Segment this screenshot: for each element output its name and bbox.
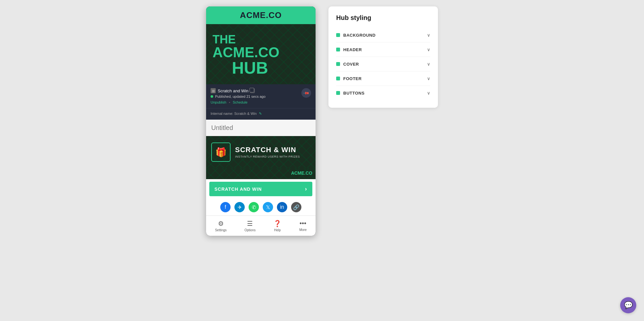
scratch-text-col: SCRATCH & WIN INSTANTLY REWARD USERS WIT… [235,146,300,158]
pin-button[interactable] [301,88,311,98]
copy-link-icon[interactable] [250,88,255,93]
phone-preview: ACME.CO THE ACME.CO HUB Scratch and Win [206,6,316,236]
cta-arrow-icon: › [305,186,307,192]
hero-line1: THE [213,34,309,45]
phone-header: ACME.CO [206,6,316,24]
nav-help-label: Help [274,228,281,232]
social-share: f ✈ ✆ 𝕏 in 🔗 [206,199,316,216]
nav-settings-label: Settings [215,228,227,232]
background-chevron-icon: ∨ [427,32,430,38]
facebook-share-icon[interactable]: f [220,202,231,212]
header-chevron-icon: ∨ [427,47,430,52]
cover-section[interactable]: COVER ∨ [336,57,430,71]
hero-line2: ACME.CO [213,45,309,60]
cta-button[interactable]: SCRATCH AND WIN › [209,182,312,196]
phone-hero: THE ACME.CO HUB [206,24,316,84]
whatsapp-share-icon[interactable]: ✆ [249,202,259,212]
footer-section[interactable]: FOOTER ∨ [336,71,430,86]
card-name: Scratch and Win [218,88,248,93]
nav-help[interactable]: ❓ Help [270,218,285,233]
nav-more-label: More [299,228,307,232]
unpublish-button[interactable]: Unpublish [211,100,226,104]
card-actions: Unpublish • Schedule [211,100,266,104]
schedule-button[interactable]: Schedule [233,100,248,104]
publish-status: Published, updated 21 secs ago [211,95,266,98]
nav-options[interactable]: ☰ Options [241,218,259,233]
linkedin-share-icon[interactable]: in [277,202,287,212]
background-color-dot [336,33,340,37]
header-label: HEADER [343,47,362,52]
cta-label: SCRATCH AND WIN [214,187,262,192]
internal-name-row: Internal name: Scratch & Win ✎ [206,108,316,120]
header-section[interactable]: HEADER ∨ [336,42,430,57]
hub-styling-panel: Hub styling BACKGROUND ∨ HEADER ∨ COVER … [328,6,438,108]
card-info-area: Scratch and Win Published, updated 21 se… [206,84,316,108]
title-input-area [206,120,316,136]
cover-label: COVER [343,62,359,67]
hero-line3: HUB [232,60,309,76]
background-section[interactable]: BACKGROUND ∨ [336,28,430,42]
footer-color-dot [336,77,340,80]
header-color-dot [336,48,340,51]
title-input[interactable] [206,120,316,136]
nav-more[interactable]: ••• More [296,218,310,233]
cover-chevron-icon: ∨ [427,61,430,67]
twitter-share-icon[interactable]: 𝕏 [263,202,273,212]
more-icon: ••• [299,220,306,227]
panel-title: Hub styling [336,14,430,22]
scratch-game-icon: 🎁 [211,142,231,162]
chat-icon: 💬 [624,301,633,309]
cta-button-area: SCRATCH AND WIN › [206,179,316,199]
brand-suffix: CO [269,10,282,20]
settings-icon: ⚙ [218,220,224,227]
options-icon: ☰ [247,220,253,227]
buttons-chevron-icon: ∨ [427,90,430,96]
internal-name-label: Internal name: Scratch & Win [211,112,258,115]
copy-link-share-icon[interactable]: 🔗 [291,202,301,212]
buttons-label: BUTTONS [343,91,365,96]
scratch-footer-logo: ACME.CO [291,170,312,176]
page-wrapper: ACME.CO THE ACME.CO HUB Scratch and Win [0,0,644,321]
status-text: Published, updated 21 secs ago [215,95,266,98]
scratch-footer-brand: ACME.CO [206,168,316,179]
chat-support-button[interactable]: 💬 [620,297,636,313]
scratch-subtitle: INSTANTLY REWARD USERS WITH PRIZES [235,155,300,158]
card-title-section: Scratch and Win Published, updated 21 se… [211,88,266,104]
footer-chevron-icon: ∨ [427,76,430,81]
scratch-title: SCRATCH & WIN [235,146,300,154]
scratch-card-preview: 🎁 SCRATCH & WIN INSTANTLY REWARD USERS W… [206,136,316,168]
buttons-section[interactable]: BUTTONS ∨ [336,86,430,100]
brand-logo: ACME.CO [206,10,316,20]
status-indicator [211,95,213,98]
footer-label: FOOTER [343,76,362,81]
help-icon: ❓ [273,220,281,227]
bottom-nav: ⚙ Settings ☰ Options ❓ Help ••• More [206,216,316,236]
card-type-icon [211,88,216,93]
cover-color-dot [336,62,340,66]
nav-settings[interactable]: ⚙ Settings [212,218,230,233]
edit-internal-name-button[interactable]: ✎ [259,112,262,115]
background-label: BACKGROUND [343,33,375,38]
nav-options-label: Options [244,228,255,232]
brand-text: ACME. [240,10,269,20]
telegram-share-icon[interactable]: ✈ [234,202,245,212]
buttons-color-dot [336,91,340,95]
